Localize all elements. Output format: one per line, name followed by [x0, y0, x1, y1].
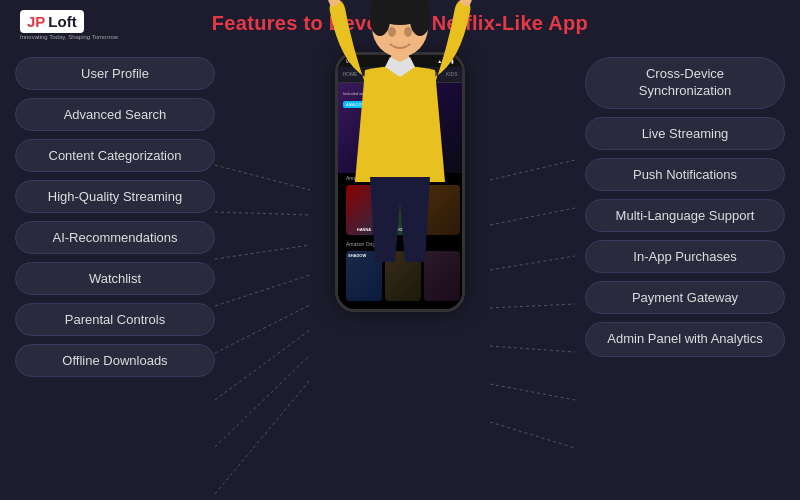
feature-in-app-purchases: In-App Purchases [585, 240, 785, 273]
feature-user-profile: User Profile [15, 57, 215, 90]
svg-point-20 [404, 27, 412, 37]
page-background: JP Loft Innovating Today, Shaping Tomorr… [0, 0, 800, 500]
feature-cross-device-sync: Cross-DeviceSynchronization [585, 57, 785, 109]
feature-push-notifications: Push Notifications [585, 158, 785, 191]
logo-jp: JP [27, 13, 45, 30]
svg-point-19 [388, 27, 396, 37]
feature-content-categorization: Content Categorization [15, 139, 215, 172]
phone-center: 9:41 ▲ ◾ ▮ HOME ORIGINALS TV MOVIES KIDS [260, 47, 540, 312]
svg-point-18 [410, 4, 430, 36]
logo: JP Loft Innovating Today, Shaping Tomorr… [20, 10, 118, 40]
logo-tagline: Innovating Today, Shaping Tomorrow [20, 34, 118, 40]
feature-offline-downloads: Offline Downloads [15, 344, 215, 377]
main-layout: User Profile Advanced Search Content Cat… [0, 39, 800, 479]
svg-point-17 [370, 4, 390, 36]
person-art [300, 0, 500, 312]
feature-admin-panel: Admin Panel with Analytics [585, 322, 785, 357]
logo-box: JP Loft [20, 10, 84, 33]
feature-ai-recommendations: AI-Recommendations [15, 221, 215, 254]
logo-loft: Loft [48, 13, 76, 30]
person-svg [300, 0, 500, 312]
feature-advanced-search: Advanced Search [15, 98, 215, 131]
feature-live-streaming: Live Streaming [585, 117, 785, 150]
feature-parental-controls: Parental Controls [15, 303, 215, 336]
left-feature-column: User Profile Advanced Search Content Cat… [15, 57, 215, 377]
feature-payment-gateway: Payment Gateway [585, 281, 785, 314]
feature-watchlist: Watchlist [15, 262, 215, 295]
right-feature-column: Cross-DeviceSynchronization Live Streami… [585, 57, 785, 357]
feature-multi-language: Multi-Language Support [585, 199, 785, 232]
feature-high-quality-streaming: High-Quality Streaming [15, 180, 215, 213]
